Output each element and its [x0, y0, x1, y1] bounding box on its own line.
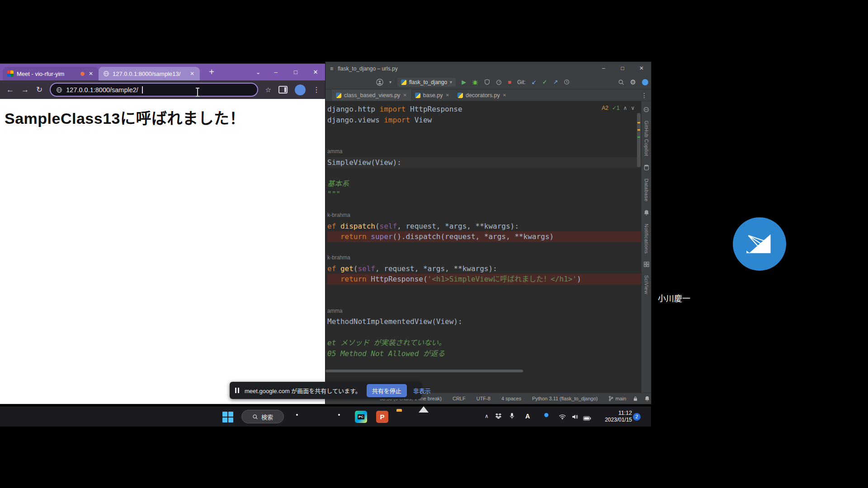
browser-tab-localhost[interactable]: 127.0.0.1:8000/sample13/ ✕	[99, 67, 200, 80]
maximize-button[interactable]: □	[613, 62, 632, 75]
tray-expand-icon[interactable]: ∧	[485, 413, 489, 419]
stop-sharing-button[interactable]: 共有を停止	[367, 384, 407, 397]
forward-icon[interactable]: →	[21, 86, 29, 94]
status-dot-icon[interactable]	[544, 413, 548, 417]
code-editor[interactable]: django.http import HttpResponsedjango.vi…	[326, 101, 641, 393]
code-line[interactable]: k-brahma	[327, 253, 641, 263]
debug-icon[interactable]	[472, 79, 478, 85]
code-line[interactable]	[327, 327, 641, 338]
taskbar-powerpoint-icon[interactable]: P	[376, 411, 388, 423]
editor-hscrollbar[interactable]	[326, 370, 523, 372]
next-issue-icon[interactable]: ∨	[631, 105, 635, 111]
tab-search-icon[interactable]: ⌄	[250, 69, 266, 75]
git-update-icon[interactable]: ↙	[532, 79, 537, 85]
code-line[interactable]: ef dispatch(self, request, *args, **kwar…	[327, 221, 641, 232]
chevron-down-icon[interactable]: ▾	[389, 80, 392, 84]
indent-style[interactable]: 4 spaces	[501, 396, 521, 401]
taskbar-search[interactable]: 検索	[241, 410, 284, 423]
taskbar-clock[interactable]: 11:12 2023/01/15	[596, 410, 632, 423]
bookmark-star-icon[interactable]: ☆	[265, 86, 271, 94]
code-line[interactable]: 05 Method Not Allowed が返る	[327, 348, 641, 359]
code-line[interactable]: django.views import View	[327, 115, 641, 126]
maximize-button[interactable]: □	[286, 69, 306, 75]
back-icon[interactable]: ←	[6, 86, 14, 94]
code-line[interactable]	[327, 242, 641, 253]
minimize-button[interactable]: –	[266, 69, 286, 75]
code-line[interactable]: """	[327, 189, 641, 200]
tab-close-icon[interactable]: ✕	[403, 93, 406, 98]
participant-tile[interactable]: 小川慶一	[654, 172, 865, 307]
code-line[interactable]: SimpleView(View):	[327, 157, 641, 168]
editor-vscrollbar[interactable]	[637, 113, 641, 167]
mic-icon[interactable]	[509, 413, 515, 422]
new-tab-button[interactable]: +	[206, 67, 217, 77]
side-panel-icon[interactable]	[278, 86, 288, 94]
git-commit-icon[interactable]: ✓	[542, 79, 547, 85]
code-line[interactable]: et メソッド が実装されていない。	[327, 338, 641, 348]
code-line[interactable]: amma	[327, 146, 641, 157]
close-button[interactable]: ✕	[632, 62, 651, 75]
tool-stripe-copilot[interactable]: GitHub Copilot	[644, 121, 649, 156]
code-line[interactable]: return super().dispatch(request, *args, …	[327, 231, 641, 242]
code-line[interactable]	[327, 125, 641, 136]
url-text[interactable]: 127.0.0.1:8000/sample2/	[66, 86, 138, 94]
notification-count-badge[interactable]: 2	[633, 413, 641, 421]
hide-banner-button[interactable]: 非表示	[413, 386, 431, 395]
run-config-select[interactable]: flask_to_django ▾	[397, 78, 456, 87]
history-icon[interactable]	[564, 79, 570, 85]
code-area[interactable]: django.http import HttpResponsedjango.vi…	[326, 101, 641, 359]
database-icon[interactable]	[644, 164, 649, 170]
git-branch[interactable]: main	[609, 396, 626, 401]
stop-button[interactable]: ■	[508, 79, 511, 85]
code-line[interactable]: ef get(self, request, *args, **kwargs):	[327, 263, 641, 274]
address-bar[interactable]: 127.0.0.1:8000/sample2/	[50, 83, 258, 97]
start-button[interactable]	[222, 412, 233, 422]
profile-avatar[interactable]	[295, 84, 306, 95]
prev-issue-icon[interactable]: ∧	[623, 105, 627, 111]
tab-close-icon[interactable]: ✕	[88, 70, 94, 77]
code-line[interactable]	[327, 168, 641, 178]
code-line[interactable]	[327, 136, 641, 147]
editor-tab-decorators[interactable]: decorators.py ✕	[453, 89, 510, 101]
grid-icon[interactable]	[644, 262, 649, 267]
code-line[interactable]: return HttpResponse('<h1>SimpleViewに呼ばれま…	[327, 274, 641, 285]
git-push-icon[interactable]: ↗	[553, 79, 558, 85]
user-avatar-icon[interactable]	[376, 79, 383, 86]
code-line[interactable]	[327, 285, 641, 296]
search-everywhere-icon[interactable]	[618, 79, 624, 85]
wifi-icon[interactable]	[559, 413, 566, 422]
taskbar-pycharm-icon[interactable]: PC	[355, 411, 367, 423]
code-line[interactable]: k-brahma	[327, 210, 641, 221]
dropbox-icon[interactable]	[495, 413, 502, 421]
line-separator[interactable]: CRLF	[453, 396, 466, 401]
stripe-ok-mark[interactable]	[637, 136, 640, 138]
plugin-icon[interactable]	[642, 79, 648, 85]
minimize-button[interactable]: –	[594, 62, 613, 75]
main-menu-icon[interactable]: ≡	[330, 66, 333, 72]
bell-icon[interactable]	[644, 210, 649, 216]
file-encoding[interactable]: UTF-8	[476, 396, 491, 401]
volume-icon[interactable]	[571, 413, 578, 422]
profiler-icon[interactable]	[496, 79, 502, 85]
python-interpreter[interactable]: Python 3.11 (flask_to_django)	[532, 396, 598, 401]
code-line[interactable]: 基本系	[327, 178, 641, 189]
settings-gear-icon[interactable]: ⚙	[630, 78, 636, 86]
ime-indicator[interactable]: A	[525, 413, 530, 420]
reload-icon[interactable]: ↻	[36, 86, 42, 94]
tab-close-icon[interactable]: ✕	[446, 93, 449, 98]
browser-tab-meet[interactable]: Meet - vio-rfur-yim ✕	[3, 67, 99, 80]
tool-stripe-database[interactable]: Database	[644, 178, 649, 202]
editor-tab-base[interactable]: base.py ✕	[411, 89, 453, 101]
inspections-widget[interactable]: A2 ✓1 ∧ ∨	[602, 105, 635, 111]
run-button[interactable]: ▶	[462, 79, 466, 85]
tool-stripe-notifications[interactable]: Notifications	[644, 224, 649, 253]
tab-options-icon[interactable]: ⋮	[641, 92, 647, 99]
code-line[interactable]	[327, 200, 641, 211]
code-line[interactable]: MethodNotImplementedView(View):	[327, 316, 641, 327]
copilot-icon[interactable]	[643, 107, 649, 113]
browser-menu-icon[interactable]: ⋮	[313, 85, 320, 94]
battery-icon[interactable]	[583, 414, 591, 422]
tab-close-icon[interactable]: ✕	[503, 93, 506, 98]
code-line[interactable]	[327, 295, 641, 306]
tab-close-icon[interactable]: ✕	[189, 70, 195, 77]
